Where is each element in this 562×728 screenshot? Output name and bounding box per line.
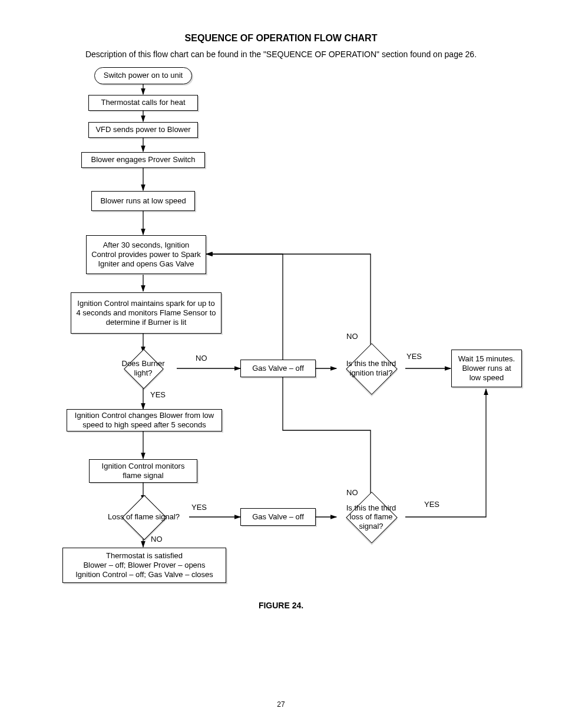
- label-yes-third-loss: YES: [424, 500, 439, 509]
- label-no-burner: NO: [196, 354, 207, 363]
- label-yes-burner: YES: [150, 390, 166, 399]
- process-blower-low-speed: Blower runs at low speed: [91, 191, 195, 211]
- label-no-third-trial: NO: [346, 332, 358, 341]
- decision-third-ignition-trial: Is this the third ignition trial?: [336, 351, 406, 386]
- process-monitor-flame: Ignition Control monitors flame signal: [89, 459, 197, 483]
- decision-burner-light: Does Burner light?: [116, 355, 170, 382]
- page: SEQUENCE OF OPERATION FLOW CHART Descrip…: [0, 0, 562, 728]
- decision-third-loss: Is this the third loss of flame signal?: [336, 499, 406, 535]
- label-yes-loss: YES: [191, 503, 207, 512]
- process-maintain-spark: Ignition Control maintains spark for up …: [71, 292, 222, 334]
- process-prover-switch: Blower engages Prover Switch: [81, 152, 205, 168]
- label-yes-third-trial: YES: [406, 352, 422, 361]
- process-wait-15: Wait 15 minutes. Blower runs at low spee…: [451, 350, 522, 387]
- label-no-loss: NO: [151, 535, 163, 543]
- terminal-thermostat-satisfied: Thermostat is satisfied Blower – off; Bl…: [62, 548, 226, 583]
- process-thermostat-calls: Thermostat calls for heat: [88, 95, 198, 111]
- start-node: Switch power on to unit: [94, 67, 192, 84]
- process-gas-valve-off-2: Gas Valve – off: [240, 508, 316, 526]
- decision-loss-flame: Loss of flame signal?: [98, 502, 190, 532]
- process-high-speed: Ignition Control changes Blower from low…: [67, 409, 222, 431]
- process-vfd-power: VFD sends power to Blower: [88, 122, 198, 138]
- process-ignition-30s: After 30 seconds, Ignition Control provi…: [86, 235, 206, 274]
- process-gas-valve-off-1: Gas Valve – off: [240, 360, 316, 377]
- label-no-third-loss: NO: [346, 488, 358, 497]
